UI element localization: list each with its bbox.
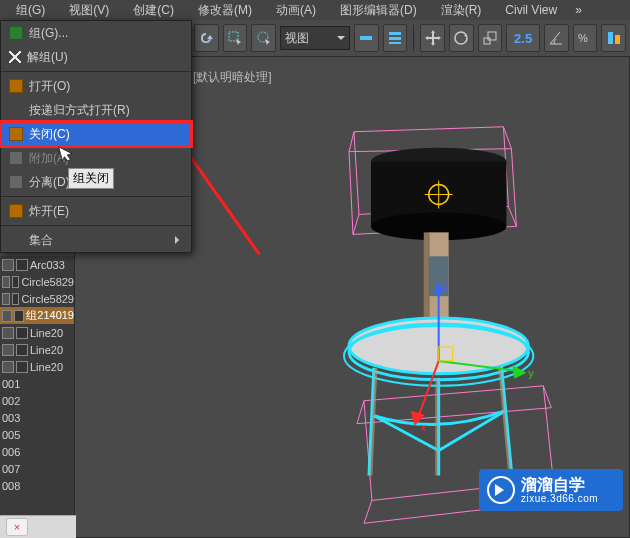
menu-animation[interactable]: 动画(A) xyxy=(264,0,328,21)
list-item[interactable]: 001 xyxy=(0,375,74,392)
object-icon xyxy=(2,276,10,288)
object-icon xyxy=(2,327,14,339)
tooltip-group-close: 组关闭 xyxy=(68,168,114,189)
vis-icon xyxy=(12,293,20,305)
vis-icon xyxy=(16,327,28,339)
menu-view[interactable]: 视图(V) xyxy=(57,0,121,21)
axis-z-label: z xyxy=(443,279,449,291)
percent-snap-button[interactable]: % xyxy=(573,24,598,52)
watermark-title: 溜溜自学 xyxy=(521,476,598,494)
selection-lasso-button[interactable] xyxy=(251,24,276,52)
menu-render[interactable]: 渲染(R) xyxy=(429,0,494,21)
list-item[interactable]: 008 xyxy=(0,477,74,494)
list-item[interactable]: 007 xyxy=(0,460,74,477)
svg-rect-5 xyxy=(389,42,401,44)
list-item[interactable]: Arc033 xyxy=(0,256,74,273)
rotate-button[interactable] xyxy=(449,24,474,52)
object-icon xyxy=(2,293,10,305)
list-item[interactable]: 005 xyxy=(0,426,74,443)
menu-item-attach: 附加(A) xyxy=(1,146,191,170)
list-item[interactable]: Line20 xyxy=(0,358,74,375)
menu-create[interactable]: 创建(C) xyxy=(121,0,186,21)
list-item[interactable]: Line20 xyxy=(0,341,74,358)
close-icon xyxy=(9,127,23,141)
axis-y-label: y xyxy=(528,367,534,379)
menu-item-close[interactable]: 关闭(C) xyxy=(1,122,191,146)
object-icon xyxy=(2,344,14,356)
toolbar-separator xyxy=(413,25,414,51)
svg-rect-11 xyxy=(615,35,620,44)
object-icon xyxy=(2,361,14,373)
object-icon xyxy=(2,259,14,271)
angle-snap-button[interactable] xyxy=(544,24,569,52)
svg-rect-10 xyxy=(608,32,613,44)
vis-icon xyxy=(16,361,28,373)
menu-item-open[interactable]: 打开(O) xyxy=(1,74,191,98)
menu-separator xyxy=(1,71,191,72)
svg-rect-8 xyxy=(488,32,496,40)
svg-marker-28 xyxy=(512,365,526,379)
menu-item-ungroup[interactable]: 解组(U) xyxy=(1,45,191,69)
axis-x-label: x xyxy=(421,421,427,433)
menu-overflow[interactable]: » xyxy=(569,1,588,19)
object-icon xyxy=(2,310,12,322)
scale-button[interactable] xyxy=(478,24,503,52)
svg-text:%: % xyxy=(578,32,588,44)
close-button[interactable]: × xyxy=(6,518,28,536)
scene-explorer[interactable]: Arc033 Circle5829 Circle5829 组214019 Lin… xyxy=(0,256,74,538)
vis-icon xyxy=(12,276,20,288)
list-item[interactable]: 002 xyxy=(0,392,74,409)
svg-rect-4 xyxy=(389,37,401,40)
watermark-badge: 溜溜自学 zixue.3d66.com xyxy=(479,469,623,511)
group-icon xyxy=(9,26,23,40)
menu-separator xyxy=(1,196,191,197)
menu-graph-editors[interactable]: 图形编辑器(D) xyxy=(328,0,429,21)
menu-item-open-recursive[interactable]: 按递归方式打开(R) xyxy=(1,98,191,122)
menu-modifiers[interactable]: 修改器(M) xyxy=(186,0,264,21)
list-item[interactable]: 003 xyxy=(0,409,74,426)
blank-icon xyxy=(9,103,23,117)
vis-icon xyxy=(14,310,24,322)
list-item[interactable]: Circle5829 xyxy=(0,273,74,290)
ungroup-icon xyxy=(9,51,21,63)
snap-button[interactable]: 2.5 xyxy=(506,24,539,52)
app-root: 组(G) 视图(V) 创建(C) 修改器(M) 动画(A) 图形编辑器(D) 渲… xyxy=(0,0,630,538)
attach-icon xyxy=(9,151,23,165)
vis-icon xyxy=(16,259,28,271)
list-item[interactable]: 006 xyxy=(0,443,74,460)
svg-rect-3 xyxy=(389,32,401,35)
open-icon xyxy=(9,79,23,93)
list-item-group[interactable]: 组214019 xyxy=(0,307,74,324)
play-icon xyxy=(487,476,515,504)
watermark-sub: zixue.3d66.com xyxy=(521,493,598,504)
menu-item-collection[interactable]: 集合 xyxy=(1,228,191,252)
menubar: 组(G) 视图(V) 创建(C) 修改器(M) 动画(A) 图形编辑器(D) 渲… xyxy=(0,0,630,20)
menu-civil-view[interactable]: Civil View xyxy=(493,1,569,19)
menu-item-explode[interactable]: 炸开(E) xyxy=(1,199,191,223)
menu-group[interactable]: 组(G) xyxy=(4,0,57,21)
detach-icon xyxy=(9,175,23,189)
list-item[interactable]: Line20 xyxy=(0,324,74,341)
move-button[interactable] xyxy=(420,24,445,52)
svg-rect-2 xyxy=(360,36,372,40)
blank-icon xyxy=(9,233,23,247)
select-name-button[interactable] xyxy=(383,24,408,52)
align-button[interactable] xyxy=(601,24,626,52)
list-item[interactable]: Circle5829 xyxy=(0,290,74,307)
vis-icon xyxy=(16,344,28,356)
submenu-indicator-icon xyxy=(175,236,183,244)
explode-icon xyxy=(9,204,23,218)
menu-separator xyxy=(1,225,191,226)
group-menu-dropdown: 组(G)... 解组(U) 打开(O) 按递归方式打开(R) 关闭(C) 附加(… xyxy=(0,20,192,253)
footer-bar: × xyxy=(0,515,76,538)
viewport-combo[interactable]: 视图 xyxy=(280,26,350,50)
svg-line-32 xyxy=(185,149,260,255)
svg-point-6 xyxy=(455,32,467,44)
svg-rect-7 xyxy=(484,38,490,44)
select-object-button[interactable] xyxy=(354,24,379,52)
menu-item-group[interactable]: 组(G)... xyxy=(1,21,191,45)
selection-region-button[interactable] xyxy=(223,24,248,52)
redo-button[interactable] xyxy=(194,24,219,52)
